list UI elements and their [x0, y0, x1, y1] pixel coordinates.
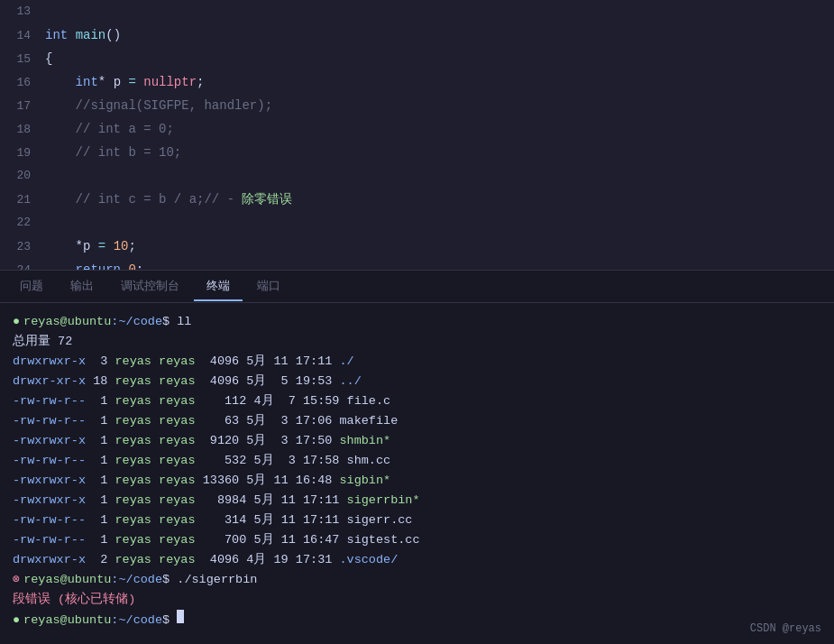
cmd-sigerrbin: ./sigerrbin	[177, 570, 257, 590]
cmd-ll: ll	[177, 312, 191, 332]
file-row-9: -rw-rw-r-- 1 reyas reyas 700 5月 11 16:47…	[13, 530, 821, 550]
code-line-24: 24 return 0;	[0, 258, 834, 271]
total-line: 总用量 72	[13, 332, 821, 352]
prompt-user-2: reyas@ubuntu	[23, 570, 111, 590]
tab-problems[interactable]: 问题	[7, 272, 56, 301]
error-line: 段错误 (核心已转储)	[13, 590, 821, 610]
code-line-22: 22	[0, 211, 834, 235]
terminal-cursor	[177, 610, 184, 623]
ok-dot-3: ●	[13, 611, 20, 630]
code-line-17: 17 //signal(SIGFPE, handler);	[0, 94, 834, 117]
tab-terminal[interactable]: 终端	[194, 272, 243, 301]
terminal-prompt-2: ⊗ reyas@ubuntu:~/code$ ./sigerrbin	[13, 570, 821, 590]
prompt-path-1: :~/code	[111, 312, 162, 332]
tab-bar: 问题 输出 调试控制台 终端 端口	[0, 271, 834, 303]
code-line-21: 21 // int c = b / a;// - 除零错误	[0, 188, 834, 211]
file-row-1: drwxr-xr-x 18 reyas reyas 4096 5月 5 19:5…	[13, 372, 821, 391]
code-line-16: 16 int* p = nullptr;	[0, 70, 834, 94]
terminal: ● reyas@ubuntu:~/code$ ll 总用量 72 drwxrwx…	[0, 303, 834, 644]
file-row-3: -rw-rw-r-- 1 reyas reyas 63 5月 3 17:06 m…	[13, 411, 821, 431]
file-row-8: -rw-rw-r-- 1 reyas reyas 314 5月 11 17:11…	[13, 511, 821, 530]
code-line-19: 19 // int b = 10;	[0, 141, 834, 164]
tab-ports[interactable]: 端口	[244, 272, 293, 301]
ok-dot-1: ●	[13, 312, 20, 332]
prompt-user-1: reyas@ubuntu	[23, 312, 111, 332]
file-row-7: -rwxrwxr-x 1 reyas reyas 8984 5月 11 17:1…	[13, 491, 821, 511]
prompt-user-3: reyas@ubuntu	[23, 611, 111, 630]
terminal-prompt-3: ● reyas@ubuntu:~/code$	[13, 610, 821, 630]
code-editor: 13 14 int main() 15 { 16 int* p = nullpt…	[0, 0, 834, 271]
code-line-15: 15 {	[0, 47, 834, 70]
code-line-23: 23 *p = 10;	[0, 235, 834, 258]
code-line-14: 14 int main()	[0, 23, 834, 47]
tab-output[interactable]: 输出	[58, 272, 106, 301]
error-text: 段错误 (核心已转储)	[13, 590, 135, 610]
prompt-path-2: :~/code	[111, 570, 162, 590]
error-dot: ⊗	[13, 570, 20, 590]
tab-debug-console[interactable]: 调试控制台	[108, 272, 192, 301]
watermark: CSDN @reyas	[750, 622, 821, 635]
file-row-4: -rwxrwxr-x 1 reyas reyas 9120 5月 3 17:50…	[13, 431, 821, 451]
code-line-20: 20	[0, 164, 834, 188]
file-row-6: -rwxrwxr-x 1 reyas reyas 13360 5月 11 16:…	[13, 471, 821, 491]
file-row-5: -rw-rw-r-- 1 reyas reyas 532 5月 3 17:58 …	[13, 451, 821, 471]
terminal-prompt-1: ● reyas@ubuntu:~/code$ ll	[13, 312, 821, 332]
prompt-path-3: :~/code	[111, 611, 162, 630]
file-row-0: drwxrwxr-x 3 reyas reyas 4096 5月 11 17:1…	[13, 352, 821, 372]
code-line-13: 13	[0, 0, 834, 23]
code-line-18: 18 // int a = 0;	[0, 117, 834, 141]
file-row-10: drwxrwxr-x 2 reyas reyas 4096 4月 19 17:3…	[13, 550, 821, 570]
file-row-2: -rw-rw-r-- 1 reyas reyas 112 4月 7 15:59 …	[13, 391, 821, 411]
